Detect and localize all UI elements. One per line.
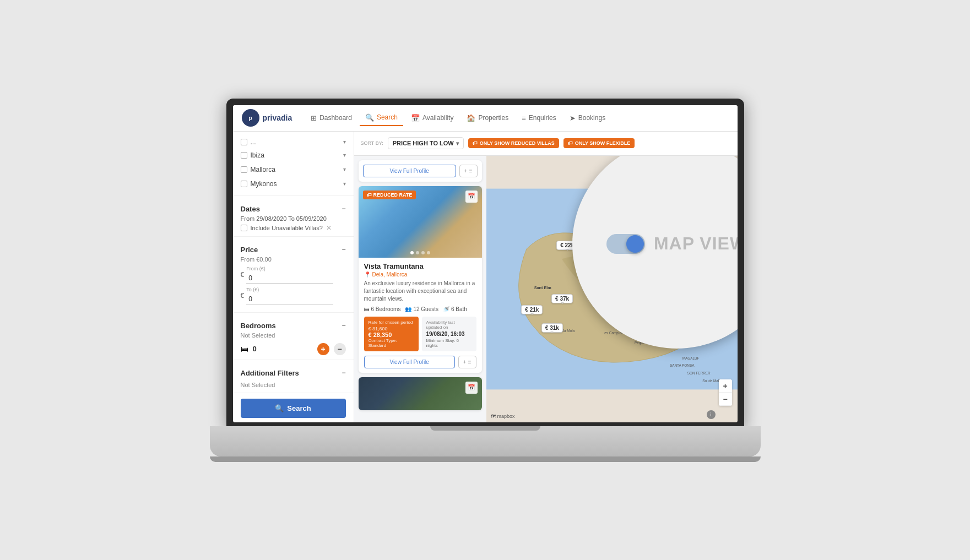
price-to-input[interactable] bbox=[246, 294, 333, 305]
reduced-rate-label: REDUCED RATE bbox=[373, 192, 413, 198]
ibiza-checkbox[interactable] bbox=[241, 152, 247, 159]
svg-text:SANTA PONSA: SANTA PONSA bbox=[669, 363, 694, 367]
nav-bookings-label: Bookings bbox=[578, 114, 605, 122]
view-profile-button-top[interactable]: View Full Profile bbox=[363, 165, 456, 177]
price-from-row: € From (€) bbox=[241, 266, 346, 284]
mallorca-checkbox[interactable] bbox=[241, 166, 247, 173]
card-body: Vista Tramuntana 📍 Deia, Mallorca An exc… bbox=[359, 258, 482, 373]
laptop-base bbox=[210, 426, 761, 456]
mykonos-chevron-icon: ▾ bbox=[343, 181, 346, 187]
nav-items: ⊞ Dashboard 🔍 Search 📅 Availability 🏠 Pr… bbox=[305, 110, 728, 126]
results-toolbar: SORT BY: PRICE HIGH TO LOW ▾ 🏷 ONLY SHOW… bbox=[354, 132, 738, 156]
nav-properties[interactable]: 🏠 Properties bbox=[461, 111, 514, 126]
map-info-button[interactable]: i bbox=[707, 410, 716, 419]
price-new: € 28,350 bbox=[369, 331, 414, 338]
baths-count: 6 Bath bbox=[451, 306, 467, 312]
card-image-partial: 📅 bbox=[359, 377, 482, 410]
nav-search-label: Search bbox=[377, 113, 398, 121]
svg-text:MAGALUF: MAGALUF bbox=[682, 356, 699, 360]
mykonos-checkbox[interactable] bbox=[241, 181, 247, 187]
bookings-nav-icon: ➤ bbox=[570, 114, 576, 122]
svg-text:SON FERRER: SON FERRER bbox=[687, 371, 710, 375]
reduced-rate-badge: 🏷 REDUCED RATE bbox=[363, 191, 416, 199]
price-section: Price − From €0.00 € From (€) € bbox=[233, 237, 354, 313]
card-amenities: 🛏 6 Bedrooms 👥 12 Guests � bbox=[364, 306, 476, 312]
map-view-toggle[interactable] bbox=[606, 234, 645, 254]
partial-checkbox[interactable] bbox=[241, 139, 247, 145]
guests-amenity: 👥 12 Guests bbox=[405, 306, 438, 312]
map-view-toggle-container: MAP VIEW bbox=[606, 233, 738, 254]
map-view-label: MAP VIEW bbox=[654, 233, 738, 254]
calendar-icon[interactable]: 📅 bbox=[465, 191, 478, 203]
sort-dropdown-icon: ▾ bbox=[456, 140, 459, 146]
price-from-label: From €0.00 bbox=[241, 256, 346, 263]
property-title: Vista Tramuntana bbox=[364, 262, 476, 270]
compare-button[interactable]: + ≡ bbox=[458, 356, 476, 368]
price-collapse-icon[interactable]: − bbox=[342, 246, 345, 253]
mapbox-text: mapbox bbox=[497, 414, 515, 419]
euro-to-icon: € bbox=[241, 292, 245, 300]
results-body: View Full Profile + ≡ bbox=[354, 156, 738, 422]
nav-bookings[interactable]: ➤ Bookings bbox=[564, 111, 611, 126]
price-title: Price bbox=[241, 246, 258, 254]
location-ibiza[interactable]: Ibiza ▾ bbox=[241, 148, 346, 162]
zoom-out-button[interactable]: − bbox=[719, 393, 732, 406]
include-unavailable-checkbox[interactable] bbox=[241, 225, 247, 231]
partial-location-label: ... bbox=[251, 138, 256, 146]
bedrooms-header: Bedrooms − bbox=[241, 317, 346, 332]
screen: p privadia ⊞ Dashboard 🔍 Search 📅 bbox=[233, 105, 738, 422]
availability-date: 19/08/20, 16:03 bbox=[426, 331, 472, 337]
additional-filters-collapse-icon[interactable]: − bbox=[342, 369, 345, 377]
zoom-in-button[interactable]: + bbox=[719, 379, 732, 393]
clear-dates-button[interactable]: ✕ bbox=[326, 224, 332, 232]
euro-from-icon: € bbox=[241, 271, 245, 279]
dates-section: Dates − From 29/08/2020 To 05/09/2020 In… bbox=[233, 196, 354, 237]
calendar-nav-icon: 📅 bbox=[411, 114, 420, 122]
dates-collapse-icon[interactable]: − bbox=[342, 205, 345, 213]
availability-label: Availability last updated on bbox=[426, 320, 472, 330]
price-tag-21k[interactable]: € 21k bbox=[521, 305, 543, 314]
nav-bar: p privadia ⊞ Dashboard 🔍 Search 📅 bbox=[233, 105, 738, 132]
nav-search[interactable]: 🔍 Search bbox=[360, 110, 403, 126]
nav-properties-label: Properties bbox=[478, 114, 508, 122]
bedrooms-amenity: 🛏 6 Bedrooms bbox=[364, 306, 401, 312]
min-stay: Minimum Stay: 6 nights bbox=[426, 338, 472, 348]
sort-select[interactable]: PRICE HIGH TO LOW ▾ bbox=[388, 137, 464, 149]
laptop-bottom-bar bbox=[210, 456, 761, 462]
nav-availability[interactable]: 📅 Availability bbox=[405, 111, 459, 126]
bed-amenity-icon: 🛏 bbox=[364, 306, 370, 312]
guests-count: 12 Guests bbox=[413, 306, 438, 312]
guest-amenity-icon: 👥 bbox=[405, 306, 411, 312]
price-tag-31k[interactable]: € 31k bbox=[541, 323, 563, 333]
mapbox-logo: 🗺 mapbox bbox=[491, 414, 515, 419]
location-mykonos[interactable]: Mykonos ▾ bbox=[241, 177, 346, 191]
filter-reduced-villas[interactable]: 🏷 ONLY SHOW REDUCED VILLAS bbox=[468, 138, 559, 148]
nav-enquiries-label: Enquiries bbox=[529, 114, 556, 122]
ibiza-label: Ibiza bbox=[251, 151, 264, 159]
bedrooms-collapse-icon[interactable]: − bbox=[342, 322, 345, 329]
property-list: View Full Profile + ≡ bbox=[354, 156, 486, 422]
location-mallorca[interactable]: Mallorca ▾ bbox=[241, 162, 346, 177]
nav-enquiries[interactable]: ≡ Enquiries bbox=[516, 111, 562, 126]
property-card-vista: 🏷 REDUCED RATE 📅 bbox=[359, 186, 482, 373]
search-button[interactable]: 🔍 Search bbox=[241, 399, 346, 418]
dot-3 bbox=[421, 251, 425, 254]
sidebar: ... ▾ Ibiza ▾ bbox=[233, 132, 354, 422]
map-zoom-controls: + − bbox=[719, 379, 732, 406]
price-header: Price − bbox=[241, 241, 346, 256]
view-profile-button[interactable]: View Full Profile bbox=[364, 356, 455, 368]
calendar-icon-partial[interactable]: 📅 bbox=[465, 382, 478, 394]
nav-dashboard[interactable]: ⊞ Dashboard bbox=[305, 111, 357, 126]
bedrooms-decrement-button[interactable]: − bbox=[334, 343, 346, 355]
location-section: ... ▾ Ibiza ▾ bbox=[233, 132, 354, 196]
compare-button-top[interactable]: + ≡ bbox=[459, 165, 478, 177]
price-tag-37k[interactable]: € 37k bbox=[551, 294, 573, 303]
bedrooms-increment-button[interactable]: + bbox=[317, 343, 329, 355]
sort-label: SORT BY: bbox=[361, 140, 383, 146]
search-btn-label: Search bbox=[287, 404, 311, 412]
baths-amenity: 🚿 6 Bath bbox=[443, 306, 467, 312]
filter-flexible[interactable]: 🏷 ONLY SHOW FLEXIBLE bbox=[563, 138, 635, 148]
price-from-input[interactable] bbox=[246, 273, 333, 284]
tag-badge-icon: 🏷 bbox=[367, 192, 372, 198]
flexible-tag-icon: 🏷 bbox=[568, 140, 573, 146]
